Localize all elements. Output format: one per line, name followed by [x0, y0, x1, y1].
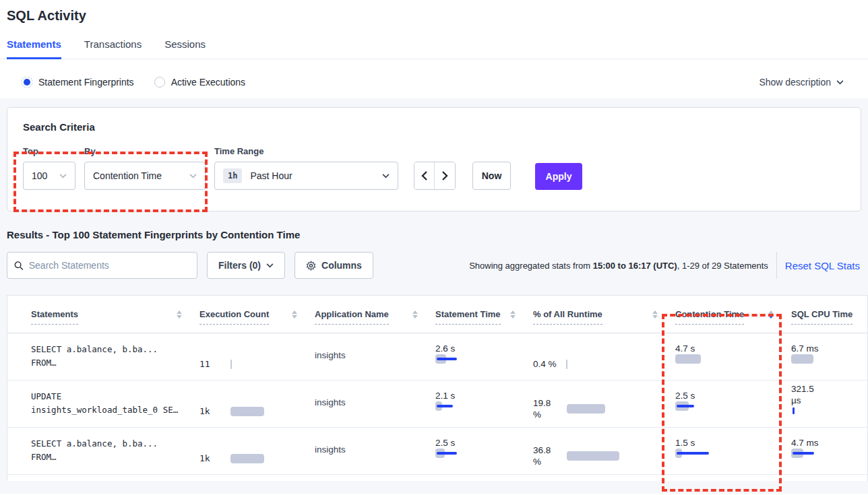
view-toggle-bar: Statement Fingerprints Active Executions…	[0, 66, 868, 98]
table-header-row: Statements Execution Count Application N…	[7, 296, 867, 333]
chevron-down-icon	[59, 174, 67, 178]
search-criteria-heading: Search Criteria	[23, 121, 845, 133]
sort-icon[interactable]	[177, 310, 182, 319]
statement-cell[interactable]: SELECT a.balance, b.ba... FROM…	[7, 428, 199, 474]
by-select[interactable]: Contention Time	[84, 162, 206, 190]
sql-cpu-time-cell: 321.5 µs	[791, 381, 868, 427]
execution-count-cell: 1k	[199, 381, 315, 427]
chevron-down-icon	[836, 80, 844, 85]
column-header-contention-time[interactable]: Contention Time	[675, 309, 791, 320]
time-range-badge: 1h	[223, 168, 242, 183]
table-row[interactable]: SELECT a.balance, b.ba... FROM… 1k insig…	[7, 428, 867, 475]
runtime-pct-cell: 0.4 %	[533, 333, 675, 380]
time-range-label: Time Range	[214, 146, 398, 156]
table-row[interactable]: UPDATE insights_workload_table_0 SE… 1k …	[7, 381, 867, 428]
chevron-down-icon	[382, 174, 390, 178]
statement-time-cell: 2.6 s	[435, 333, 533, 380]
divider	[776, 252, 777, 279]
sql-cpu-time-cell: 6.7 ms	[791, 333, 868, 380]
sort-icon-active-desc[interactable]	[768, 310, 774, 319]
column-header-statements[interactable]: Statements	[7, 309, 199, 320]
top-select[interactable]: 100	[23, 162, 75, 190]
by-field: By Contention Time	[84, 146, 206, 190]
application-name-cell: insights	[315, 381, 435, 427]
results-heading: Results - Top 100 Statement Fingerprints…	[7, 229, 861, 240]
columns-label: Columns	[321, 260, 362, 271]
sort-icon[interactable]	[510, 310, 516, 319]
tab-transactions[interactable]: Transactions	[84, 38, 142, 59]
top-label: Top	[23, 146, 75, 156]
radio-unselected-icon	[154, 77, 165, 88]
by-select-value: Contention Time	[93, 170, 162, 181]
application-name-cell: insights	[315, 428, 435, 474]
column-header-execution-count[interactable]: Execution Count	[199, 309, 315, 320]
chevron-down-icon	[266, 263, 274, 268]
by-label: By	[84, 146, 206, 156]
contention-time-cell: 4.7 s	[675, 333, 791, 380]
search-icon	[14, 261, 24, 271]
top-field: Top 100	[23, 146, 75, 190]
page-content: Statement Fingerprints Active Executions…	[0, 66, 868, 494]
application-name-cell: insights	[315, 333, 435, 380]
columns-button[interactable]: Columns	[294, 252, 373, 279]
apply-button[interactable]: Apply	[535, 163, 582, 190]
table-row[interactable]: SELECT a.balance, b.ba... FROM… 11 insig…	[7, 333, 867, 381]
statement-cell[interactable]: UPDATE insights_workload_table_0 SE…	[7, 381, 199, 427]
search-statements-box	[7, 252, 197, 279]
top-select-value: 100	[32, 170, 47, 181]
column-header-sql-cpu-time[interactable]: SQL CPU Time	[791, 309, 868, 320]
execution-count-cell: 1k	[199, 428, 315, 474]
radio-label: Statement Fingerprints	[38, 77, 134, 88]
filters-button[interactable]: Filters (0)	[207, 252, 285, 279]
runtime-pct-cell: 36.8 %	[533, 428, 675, 474]
statement-cell[interactable]: SELECT a.balance, b.ba... FROM…	[7, 333, 199, 380]
statements-table: Statements Execution Count Application N…	[7, 295, 868, 481]
sql-cpu-time-cell: 4.7 ms	[791, 428, 868, 474]
gear-icon	[306, 261, 316, 271]
radio-label: Active Executions	[171, 77, 246, 88]
chevron-left-icon	[421, 171, 428, 180]
contention-time-cell: 1.5 s	[675, 428, 791, 474]
runtime-pct-cell: 19.8 %	[533, 381, 675, 427]
time-next-button[interactable]	[435, 162, 455, 189]
stats-summary: Showing aggregated stats from 15:00 to 1…	[469, 261, 768, 271]
tab-bar: Statements Transactions Sessions	[0, 38, 868, 59]
column-header-application-name[interactable]: Application Name	[315, 309, 435, 320]
time-nav-group	[414, 162, 456, 190]
time-prev-button[interactable]	[414, 162, 435, 189]
tab-statements[interactable]: Statements	[7, 38, 61, 59]
execution-count-cell: 11	[199, 333, 315, 380]
sort-icon[interactable]	[412, 310, 418, 319]
time-range-select[interactable]: 1h Past Hour	[214, 162, 398, 190]
time-range-field: Time Range 1h Past Hour	[214, 146, 398, 190]
filters-label: Filters (0)	[218, 260, 261, 271]
results-toolbar: Filters (0) Columns Showing aggregated s…	[7, 252, 861, 279]
search-criteria-card: Search Criteria Top 100 By Contention Ti…	[7, 107, 861, 211]
sort-icon[interactable]	[652, 310, 658, 319]
time-range-value: Past Hour	[250, 170, 292, 181]
radio-statement-fingerprints[interactable]: Statement Fingerprints	[22, 77, 134, 88]
column-header-statement-time[interactable]: Statement Time	[435, 309, 533, 320]
page-header: SQL Activity	[0, 0, 868, 24]
sort-icon[interactable]	[292, 310, 297, 319]
chevron-down-icon	[189, 174, 197, 178]
contention-time-cell: 2.5 s	[675, 381, 791, 427]
show-description-toggle[interactable]: Show description	[759, 77, 844, 88]
stats-time-range: 15:00 to 16:17 (UTC)	[593, 261, 677, 271]
search-statements-input[interactable]	[29, 260, 190, 271]
show-description-label: Show description	[759, 77, 831, 88]
chevron-right-icon	[441, 171, 448, 180]
reset-sql-stats-link[interactable]: Reset SQL Stats	[785, 260, 860, 271]
page-title: SQL Activity	[7, 8, 861, 24]
radio-active-executions[interactable]: Active Executions	[154, 77, 246, 88]
statement-time-cell: 2.5 s	[435, 428, 533, 474]
radio-selected-icon	[22, 77, 32, 88]
tab-sessions[interactable]: Sessions	[164, 38, 206, 59]
now-button[interactable]: Now	[472, 162, 511, 190]
column-header-runtime-pct[interactable]: % of All Runtime	[533, 309, 675, 320]
statement-time-cell: 2.1 s	[435, 381, 533, 427]
